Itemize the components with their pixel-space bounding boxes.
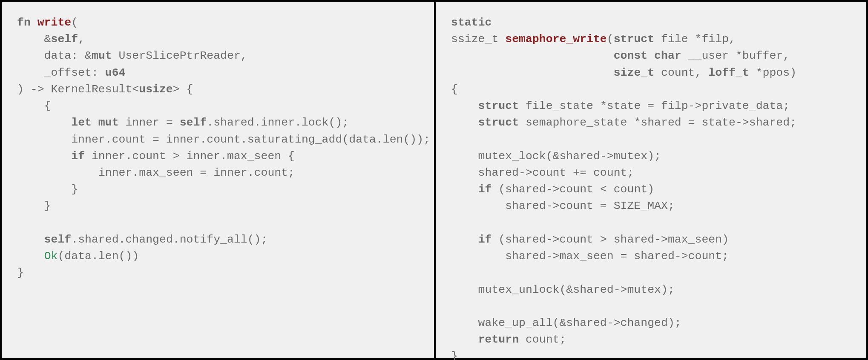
left-code-pane: fn write( &self, data: &mut UserSlicePtr… bbox=[2, 2, 436, 358]
code-comparison-container: fn write( &self, data: &mut UserSlicePtr… bbox=[0, 0, 868, 360]
c-code-block: static ssize_t semaphore_write(struct fi… bbox=[451, 14, 851, 360]
right-code-pane: static ssize_t semaphore_write(struct fi… bbox=[436, 2, 866, 358]
rust-code-block: fn write( &self, data: &mut UserSlicePtr… bbox=[17, 14, 419, 282]
